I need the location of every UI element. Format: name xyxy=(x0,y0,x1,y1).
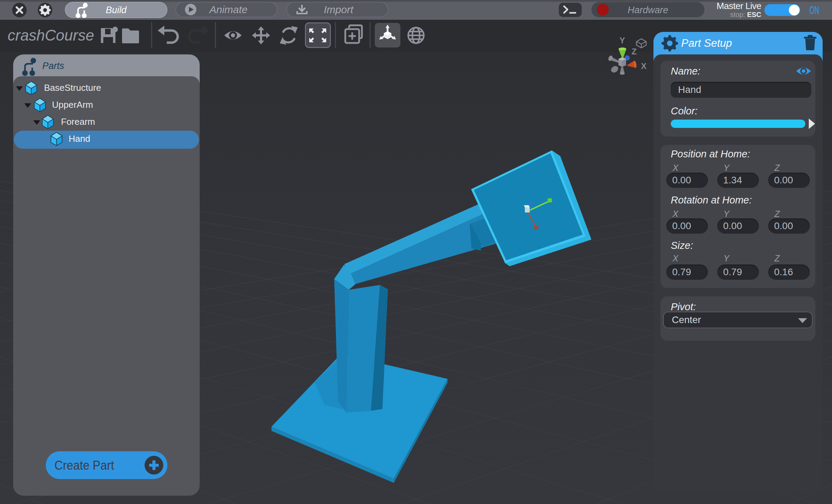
svg-text:Part Setup: Part Setup xyxy=(681,37,732,49)
svg-text:ON: ON xyxy=(809,4,819,16)
svg-text:BaseStructure: BaseStructure xyxy=(44,82,101,93)
svg-text:Hand: Hand xyxy=(69,133,90,144)
svg-text:Create Part: Create Part xyxy=(54,458,114,472)
svg-text:X: X xyxy=(641,61,647,71)
svg-text:Animate: Animate xyxy=(209,4,248,15)
svg-text:Forearm: Forearm xyxy=(61,116,95,127)
svg-text:UpperArm: UpperArm xyxy=(52,99,93,110)
svg-text:Import: Import xyxy=(324,4,354,15)
svg-text:Build: Build xyxy=(106,5,127,15)
svg-text:stop: ESC: stop: ESC xyxy=(730,11,761,18)
svg-text:Z: Z xyxy=(632,47,637,56)
svg-text:Hardware: Hardware xyxy=(627,5,668,15)
svg-text:Y: Y xyxy=(619,36,625,45)
svg-text:Parts: Parts xyxy=(42,61,64,71)
svg-text:Master Live: Master Live xyxy=(717,1,761,11)
